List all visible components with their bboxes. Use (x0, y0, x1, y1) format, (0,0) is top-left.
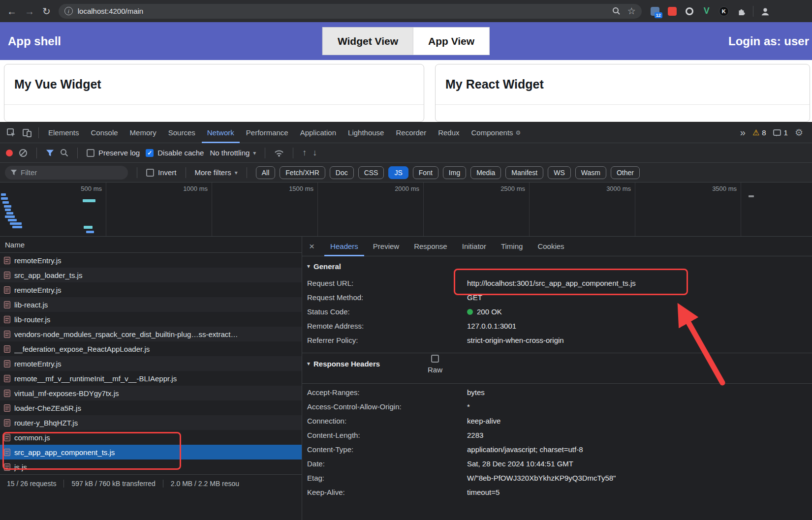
waterfall-bar (5, 215, 15, 218)
record-button[interactable] (6, 150, 13, 156)
request-row[interactable]: common.js (0, 430, 302, 445)
checkbox-checked[interactable]: ✓ (146, 149, 154, 157)
request-row[interactable]: lib-router.js (0, 312, 302, 327)
filter-input[interactable] (5, 166, 128, 180)
request-row[interactable]: src_app_loader_ts.js (0, 268, 302, 282)
chip-js[interactable]: JS (388, 166, 408, 179)
chip-ws[interactable]: WS (548, 166, 571, 179)
app-view-button[interactable]: App View (413, 27, 490, 55)
request-name: __federation_expose_ReactAppLoader.js (14, 345, 298, 353)
response-headers-section-header[interactable]: ▾ Response Headers (302, 356, 812, 371)
chip-doc[interactable]: Doc (330, 166, 354, 179)
search-icon[interactable] (60, 149, 68, 157)
waterfall-bar (6, 212, 13, 214)
warnings-badge[interactable]: ⚠ 8 (752, 128, 766, 137)
tab-cookies[interactable]: Cookies (531, 237, 570, 256)
profile-avatar-icon[interactable] (760, 6, 771, 17)
request-row[interactable]: loader-CheZEa5R.js (0, 400, 302, 415)
chip-css[interactable]: CSS (358, 166, 384, 179)
tab-redux[interactable]: Redux (433, 122, 465, 143)
request-name: js.js (14, 463, 298, 471)
script-file-icon (4, 463, 10, 471)
disable-cache-checkbox[interactable]: ✓ Disable cache (146, 149, 204, 157)
url-text[interactable]: localhost:4200/main (78, 7, 607, 15)
invert-checkbox[interactable]: Invert (146, 168, 177, 177)
chip-media[interactable]: Media (470, 166, 501, 179)
request-name: virtual_mf-exposes-BDYgy7tx.js (14, 389, 298, 398)
more-filters-dropdown[interactable]: More filters ▾ (195, 168, 238, 177)
general-section-header[interactable]: ▾ General (302, 258, 812, 274)
tab-elements[interactable]: Elements (43, 122, 85, 143)
request-row[interactable]: __federation_expose_ReactAppLoader.js (0, 341, 302, 356)
tab-recorder[interactable]: Recorder (390, 122, 432, 143)
vue-devtools-icon[interactable]: V (701, 6, 712, 17)
request-row[interactable]: router-y_BhqHZT.js (0, 415, 302, 430)
extension-icon[interactable] (684, 6, 695, 17)
chip-all[interactable]: All (256, 166, 276, 179)
network-overview-timeline[interactable]: 500 ms 1000 ms 1500 ms 2000 ms 2500 ms 3… (0, 183, 812, 237)
request-row[interactable]: js.js (0, 459, 302, 474)
inspect-element-icon[interactable] (4, 125, 19, 140)
network-conditions-icon[interactable] (274, 149, 284, 157)
more-tabs-icon[interactable]: » (740, 127, 746, 138)
puzzle-extensions-icon[interactable] (736, 6, 747, 17)
chip-wasm[interactable]: Wasm (575, 166, 606, 179)
tab-network[interactable]: Network (202, 122, 240, 143)
request-row[interactable]: remoteEntry.js (0, 356, 302, 371)
request-row[interactable]: remoteEntry.js (0, 253, 302, 268)
checkbox-unchecked[interactable] (146, 169, 154, 177)
throttling-dropdown[interactable]: No throttling ▾ (210, 149, 256, 157)
screen: ← → ↻ i localhost:4200/main ☆ 12 V K (0, 0, 812, 520)
widget-view-button[interactable]: Widget View (322, 27, 413, 55)
filter-funnel-icon[interactable] (46, 149, 54, 157)
login-as-label[interactable]: Login as: user (728, 34, 809, 48)
url-bar[interactable]: i localhost:4200/main ☆ (59, 4, 642, 19)
preserve-log-checkbox[interactable]: Preserve log (87, 149, 140, 157)
tab-initiator[interactable]: Initiator (456, 237, 492, 256)
checkbox-unchecked[interactable] (87, 149, 94, 157)
clear-network-log-icon[interactable] (19, 149, 28, 157)
tab-performance[interactable]: Performance (241, 122, 294, 143)
extension-icon[interactable] (667, 6, 678, 17)
reload-icon[interactable]: ↻ (42, 6, 51, 16)
request-row[interactable]: vendors-node_modules_rspack_core_dist_bu… (0, 327, 302, 341)
site-info-icon[interactable]: i (64, 7, 73, 15)
chip-fetch-xhr[interactable]: Fetch/XHR (280, 166, 325, 179)
export-har-icon[interactable]: ↓ (312, 148, 317, 158)
raw-checkbox[interactable] (431, 355, 439, 363)
vue-widget-card: My Vue Widget (4, 64, 424, 122)
tab-response[interactable]: Response (408, 237, 453, 256)
extension-icon[interactable]: K (718, 6, 729, 17)
issues-badge[interactable]: 1 (773, 128, 788, 137)
tab-sources[interactable]: Sources (163, 122, 201, 143)
back-icon[interactable]: ← (7, 6, 17, 16)
request-row-selected[interactable]: src_app_app_component_ts.js (0, 445, 302, 459)
header-value: http://localhost:3001/src_app_app_compon… (467, 279, 636, 287)
request-row[interactable]: remote__mf_v__runtimeInit__mf_v__-BLIAep… (0, 371, 302, 386)
name-column-header[interactable]: Name (0, 237, 302, 253)
request-row[interactable]: virtual_mf-exposes-BDYgy7tx.js (0, 386, 302, 400)
divider (137, 167, 137, 178)
devtools-settings-icon[interactable]: ⚙ (795, 127, 803, 138)
request-row[interactable]: remoteEntry.js (0, 282, 302, 297)
chip-font[interactable]: Font (413, 166, 438, 179)
zoom-icon[interactable] (612, 7, 621, 15)
tab-memory[interactable]: Memory (125, 122, 162, 143)
import-har-icon[interactable]: ↑ (302, 148, 307, 158)
device-toolbar-icon[interactable] (20, 125, 34, 140)
tab-timing[interactable]: Timing (495, 237, 529, 256)
tab-preview[interactable]: Preview (367, 237, 405, 256)
chip-img[interactable]: Img (443, 166, 466, 179)
chip-manifest[interactable]: Manifest (505, 166, 543, 179)
extension-icon[interactable]: 12 (650, 6, 660, 17)
tab-lighthouse[interactable]: Lighthouse (343, 122, 389, 143)
request-row[interactable]: lib-react.js (0, 297, 302, 312)
bookmark-star-icon[interactable]: ☆ (627, 5, 636, 17)
tab-headers[interactable]: Headers (324, 237, 364, 256)
tab-application[interactable]: Application (295, 122, 342, 143)
tab-console[interactable]: Console (86, 122, 124, 143)
tab-components[interactable]: Components⚙ (466, 122, 527, 143)
close-icon[interactable]: × (309, 241, 314, 252)
forward-icon[interactable]: → (25, 6, 34, 16)
chip-other[interactable]: Other (611, 166, 640, 179)
